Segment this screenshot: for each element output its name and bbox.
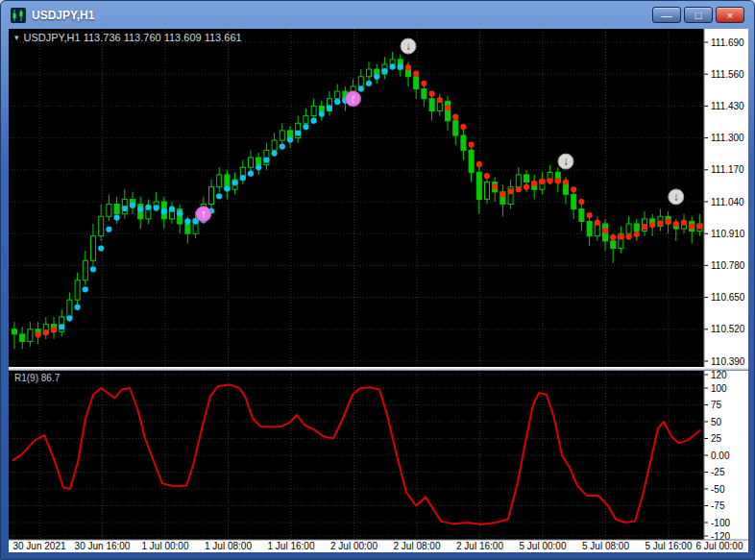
trend-dot bbox=[595, 220, 600, 226]
trend-dot bbox=[161, 208, 167, 214]
candle-body bbox=[256, 158, 261, 165]
trend-dot bbox=[642, 224, 647, 230]
trend-dot bbox=[587, 212, 593, 218]
down-arrow-icon: ↓ bbox=[563, 155, 569, 168]
time-tick-label: 1 Jul 08:00 bbox=[205, 541, 252, 551]
trend-dot bbox=[469, 142, 475, 148]
time-tick-label: 5 Jul 16:00 bbox=[645, 541, 693, 551]
trend-dot bbox=[177, 210, 183, 216]
trend-dot bbox=[154, 205, 159, 210]
time-tick-label: 1 Jul 16:00 bbox=[268, 541, 315, 551]
trend-dot bbox=[421, 81, 426, 86]
trend-dot bbox=[492, 183, 498, 189]
trend-dot bbox=[524, 184, 529, 190]
trend-dot bbox=[130, 203, 135, 208]
candle-body bbox=[209, 187, 214, 205]
candle-body bbox=[461, 135, 466, 150]
trend-dot bbox=[673, 221, 679, 227]
trend-dot bbox=[169, 207, 175, 212]
trend-dot bbox=[413, 70, 419, 76]
candle-body bbox=[375, 69, 379, 74]
candle-body bbox=[634, 224, 639, 231]
trend-dot bbox=[548, 178, 553, 183]
candle-body bbox=[453, 121, 458, 135]
indicator-tick-label: 0.00 bbox=[711, 450, 730, 461]
trend-dot bbox=[681, 220, 687, 226]
panel-splitter[interactable] bbox=[9, 367, 748, 371]
trend-dot bbox=[405, 64, 411, 70]
candle-body bbox=[311, 106, 316, 115]
down-arrow-icon: ↓ bbox=[673, 190, 679, 204]
trend-dot bbox=[555, 178, 561, 183]
trend-dot bbox=[374, 74, 379, 80]
candle-body bbox=[579, 209, 584, 222]
trend-dot bbox=[327, 105, 332, 110]
candle-body bbox=[446, 101, 451, 120]
price-chart-surface[interactable]: 30 Jun 202130 Jun 16:001 Jul 00:001 Jul … bbox=[9, 29, 748, 552]
candle-body bbox=[304, 116, 308, 124]
restore-button[interactable]: □ bbox=[684, 7, 713, 23]
trend-dot bbox=[43, 329, 49, 335]
trend-dot bbox=[334, 99, 340, 105]
trend-dot bbox=[319, 111, 325, 117]
trend-dot bbox=[634, 231, 640, 237]
trend-dot bbox=[263, 157, 269, 162]
window-controls: — □ × bbox=[652, 7, 744, 23]
trend-dot bbox=[106, 227, 111, 232]
minimize-button[interactable]: — bbox=[652, 7, 681, 23]
candle-body bbox=[524, 175, 529, 183]
time-tick-label: 1 Jul 00:00 bbox=[142, 541, 189, 551]
trend-dot bbox=[248, 171, 254, 177]
trend-dot bbox=[256, 164, 261, 170]
trend-dot bbox=[59, 324, 64, 329]
trend-dot bbox=[295, 130, 301, 135]
candle-body bbox=[367, 69, 372, 77]
trend-dot bbox=[272, 150, 278, 156]
up-arrow-icon: ↑ bbox=[351, 92, 356, 106]
chart-client-area: 30 Jun 202130 Jun 16:001 Jul 00:001 Jul … bbox=[9, 29, 748, 552]
titlebar[interactable]: USDJPY,H1 — □ × bbox=[9, 1, 746, 29]
trend-dot bbox=[689, 223, 694, 229]
trend-dot bbox=[499, 191, 505, 197]
trend-dot bbox=[539, 179, 545, 184]
trend-dot bbox=[437, 97, 443, 103]
trend-dot bbox=[649, 222, 655, 228]
close-button[interactable]: × bbox=[716, 7, 744, 23]
candle-body bbox=[422, 89, 426, 99]
trend-dot bbox=[657, 220, 663, 226]
trend-dot bbox=[484, 173, 490, 179]
trend-dot bbox=[531, 181, 537, 186]
trend-dot bbox=[516, 186, 522, 192]
indicator-tick-label: -50 bbox=[711, 484, 725, 495]
trend-dot bbox=[145, 205, 151, 210]
time-tick-label: 30 Jun 16:00 bbox=[75, 541, 131, 551]
trend-dot bbox=[98, 245, 104, 251]
trend-dot bbox=[578, 199, 584, 205]
trend-dot bbox=[83, 286, 88, 292]
trend-dot bbox=[398, 63, 403, 69]
indicator-tick-label: -75 bbox=[711, 500, 725, 511]
time-tick-label: 5 Jul 08:00 bbox=[582, 541, 629, 551]
trend-dot bbox=[36, 331, 41, 337]
main-plot-background bbox=[9, 29, 704, 367]
candle-body bbox=[99, 216, 104, 235]
candle-body bbox=[476, 172, 481, 199]
trend-dot bbox=[137, 207, 143, 212]
candle-body bbox=[91, 236, 96, 261]
candle-body bbox=[390, 60, 395, 64]
trend-dot bbox=[366, 81, 372, 86]
candle-body bbox=[414, 77, 419, 89]
trend-dot bbox=[610, 234, 616, 240]
trend-dot bbox=[240, 175, 246, 181]
candle-body bbox=[595, 224, 599, 236]
trend-dot bbox=[358, 85, 364, 91]
candle-body bbox=[12, 329, 17, 334]
trend-dot bbox=[184, 218, 190, 224]
trend-dot bbox=[311, 118, 317, 124]
trend-dot bbox=[280, 143, 285, 149]
candle-body bbox=[75, 280, 80, 300]
trend-dot bbox=[216, 193, 222, 199]
candle-body bbox=[587, 221, 592, 235]
trend-dot bbox=[224, 185, 230, 191]
price-tick-label: 111.040 bbox=[711, 197, 744, 207]
